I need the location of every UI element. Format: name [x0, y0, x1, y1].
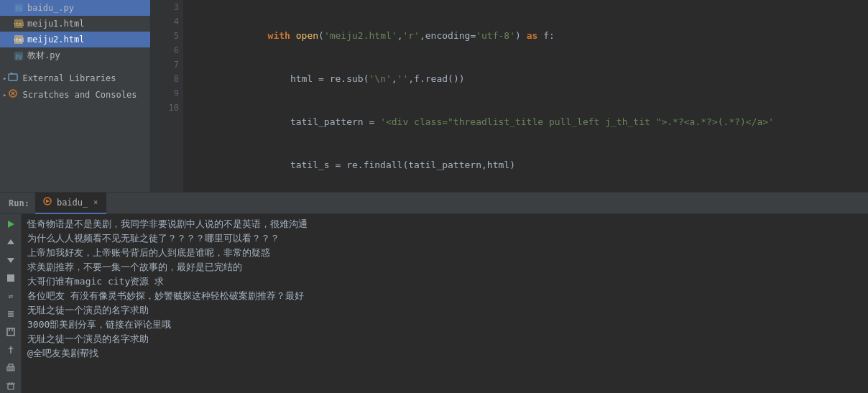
paren2: ): [515, 30, 527, 41]
encoding-param: encoding=: [425, 30, 476, 41]
output-line-8: 3000部美剧分享，链接在评论里哦: [27, 318, 862, 332]
svg-rect-23: [7, 328, 14, 336]
run-toolbar: ⇌: [0, 214, 22, 393]
html-icon-2: html: [13, 34, 24, 45]
output-line-4: 求美剧推荐，不要一集一个故事的，最好是已完结的: [27, 260, 862, 274]
svg-rect-8: [9, 74, 17, 80]
sidebar: py baidu_.py html meiju1.html: [0, 0, 151, 192]
svg-text:py: py: [15, 53, 22, 60]
html-icon-1: html: [13, 18, 24, 29]
external-libraries-row[interactable]: ▸ External Libraries: [0, 70, 150, 86]
output-line-3: 上帝加我好友，上帝账号背后的人到底是谁呢，非常的疑惑: [27, 246, 862, 260]
line-num-10: 10: [151, 101, 179, 115]
var-f: f:: [537, 30, 554, 41]
str-utf8: 'utf-8': [476, 30, 515, 41]
chevron-right-scratch: ▸: [3, 91, 6, 98]
run-pin-btn[interactable]: [3, 342, 19, 357]
line-numbers: 3 4 5 6 7 8 9 10: [151, 0, 183, 192]
svg-rect-18: [7, 274, 14, 282]
svg-rect-30: [9, 369, 13, 370]
line7-content: tatil_s = re.findall(tatil_pattern,html): [245, 159, 515, 170]
file-list: py baidu_.py html meiju1.html: [0, 0, 150, 64]
kw-with: with: [245, 30, 295, 41]
code-line-4: with open('meiju2.html','r',encoding='ut…: [189, 14, 868, 57]
svg-rect-9: [10, 73, 13, 75]
svg-text:py: py: [15, 5, 22, 11]
code-line-8: print(tatil_s): [189, 187, 868, 192]
svg-text:html: html: [14, 22, 24, 27]
output-line-2: 为什么人人视频看不见无耻之徒了？？？？哪里可以看？？？: [27, 231, 862, 246]
kw-as: as: [527, 30, 538, 41]
run-tab-name: baidu_: [57, 198, 88, 208]
scratches-icon: [8, 88, 18, 101]
scratches-consoles-row[interactable]: ▸ Scratches and Consoles: [0, 86, 150, 103]
svg-marker-15: [8, 221, 14, 228]
file-name-jiaocai: 教材.py: [27, 50, 60, 62]
ext-lib-icon: [8, 72, 18, 84]
run-print-btn[interactable]: [3, 360, 19, 375]
file-name-meiju1: meiju1.html: [27, 19, 84, 29]
output-line-6: 各位吧友 有没有像灵书妙探，妙警贼探这种轻松破案剧推荐？最好: [27, 289, 862, 303]
sidebar-item-meiju1[interactable]: html meiju1.html: [0, 16, 150, 32]
run-rerun-btn[interactable]: ⇌: [3, 289, 19, 304]
run-stop-btn[interactable]: [3, 271, 19, 286]
run-body: ⇌: [0, 214, 868, 393]
editor-area: py baidu_.py html meiju1.html: [0, 0, 868, 192]
output-line-10: @全吧友美剧帮找: [27, 346, 862, 361]
py-icon-2: py: [13, 50, 24, 62]
code-lines[interactable]: with open('meiju2.html','r',encoding='ut…: [183, 0, 868, 192]
code-editor: 3 4 5 6 7 8 9 10 with open('meiju2.html'…: [151, 0, 868, 192]
run-up-btn[interactable]: [3, 235, 19, 250]
run-play-btn[interactable]: [3, 217, 19, 232]
comma3: ,: [392, 73, 397, 84]
code-line-7: tatil_s = re.findall(tatil_pattern,html): [189, 144, 868, 187]
run-tab-close[interactable]: ×: [92, 197, 99, 208]
code-content: 3 4 5 6 7 8 9 10 with open('meiju2.html'…: [151, 0, 868, 192]
output-line-5: 大哥们谁有magic city资源 求: [27, 274, 862, 289]
run-tab-bar: Run: baidu_ ×: [0, 193, 868, 214]
sidebar-item-meiju2[interactable]: html meiju2.html: [0, 32, 150, 47]
svg-rect-31: [8, 384, 14, 389]
line-num-4: 4: [151, 14, 179, 29]
svg-marker-16: [7, 239, 14, 244]
svg-text:⇌: ⇌: [8, 292, 13, 301]
line-num-3: 3: [151, 0, 179, 14]
code-line-3: [189, 0, 868, 14]
output-line-7: 无耻之徒一个演员的名字求助: [27, 303, 862, 318]
code-line-5: html = re.sub('\n','',f.read()): [189, 57, 868, 101]
scratches-consoles-label: Scratches and Consoles: [22, 90, 137, 100]
external-libraries-label: External Libraries: [22, 73, 116, 83]
run-tab-icon: [42, 196, 52, 208]
line-num-6: 6: [151, 43, 179, 57]
line-num-5: 5: [151, 29, 179, 43]
output-line-9: 无耻之徒一个演员的名字求助: [27, 332, 862, 346]
sidebar-item-jiaocai[interactable]: py 教材.py: [0, 47, 150, 64]
str-newline: '\n': [369, 73, 391, 84]
str-meiju2: 'meiju2.html': [324, 30, 397, 41]
line5-end: ,f.read()): [408, 73, 464, 84]
svg-marker-14: [46, 200, 50, 203]
run-tab-baidu[interactable]: baidu_ ×: [35, 193, 106, 214]
run-scroll-btn[interactable]: [3, 307, 19, 322]
code-line-6: tatil_pattern = '<div class="threadlist_…: [189, 101, 868, 144]
str-pattern: '<div class="threadlist_title pull_left …: [380, 116, 774, 127]
line-num-7: 7: [151, 57, 179, 72]
run-down-btn[interactable]: [3, 253, 19, 268]
svg-text:html: html: [14, 37, 24, 43]
run-output: 怪奇物语是不是美剧，我同学非要说剧中人说的不是英语，很难沟通 为什么人人视频看不…: [22, 214, 868, 393]
run-clear-btn[interactable]: [3, 378, 19, 393]
file-name-meiju2: meiju2.html: [27, 34, 84, 45]
run-save-btn[interactable]: [3, 324, 19, 339]
str-r: 'r': [402, 30, 419, 41]
chevron-right-ext: ▸: [3, 75, 6, 82]
line5-content: html = re.sub(: [245, 73, 369, 84]
line6-var: tatil_pattern =: [245, 116, 380, 127]
output-line-1: 怪奇物语是不是美剧，我同学非要说剧中人说的不是英语，很难沟通: [27, 217, 862, 231]
str-empty: '': [397, 73, 409, 84]
run-panel: Run: baidu_ ×: [0, 192, 868, 393]
svg-marker-17: [7, 258, 14, 263]
run-label: Run:: [3, 198, 35, 208]
line-num-9: 9: [151, 86, 179, 101]
fn-open: open: [296, 30, 318, 41]
sidebar-item-baidu[interactable]: py baidu_.py: [0, 0, 150, 16]
